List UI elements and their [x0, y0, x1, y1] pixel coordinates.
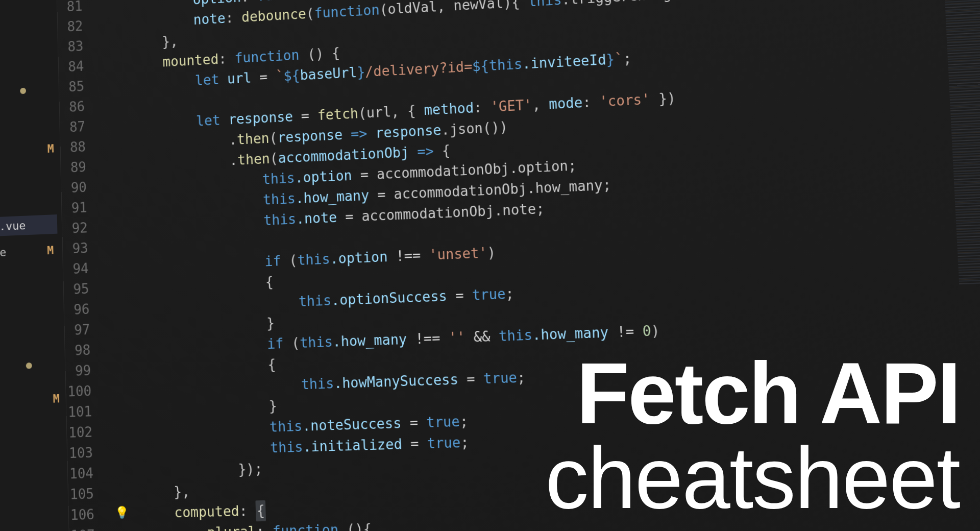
- line-number: 81: [57, 0, 98, 17]
- sidebar-file-below[interactable]: vue M: [0, 240, 58, 263]
- sidebar-mod-marker-1: M: [0, 134, 60, 166]
- line-number: 96: [64, 299, 105, 321]
- line-number: 91: [62, 197, 103, 219]
- line-number: 100: [66, 380, 107, 402]
- line-number: 89: [61, 156, 102, 178]
- line-number: 102: [67, 422, 108, 444]
- line-number: 97: [64, 319, 106, 341]
- line-number: 94: [63, 258, 104, 280]
- line-number: 85: [59, 76, 100, 98]
- line-number: 103: [67, 442, 109, 464]
- sidebar-modified-dot: [0, 75, 59, 107]
- line-number: 105: [68, 484, 110, 505]
- line-number: 106: [68, 504, 110, 525]
- line-number: 101: [66, 401, 108, 423]
- sidebar-file-selected[interactable]: on.vue: [0, 214, 57, 237]
- line-number: 82: [58, 15, 99, 38]
- line-number: 83: [58, 35, 99, 58]
- sidebar-modified-dot-2: [0, 350, 65, 381]
- line-number: 98: [65, 340, 106, 361]
- editor-screenshot: › computed M on.vue vue M M 81: [0, 0, 980, 531]
- sidebar-mod-marker-2: M: [47, 244, 54, 257]
- line-number: 93: [63, 237, 104, 259]
- code-area[interactable]: 81 option: function(oldVal, newVal){ thi…: [57, 0, 966, 531]
- line-number: 90: [61, 177, 102, 199]
- line-number: 88: [60, 136, 101, 158]
- lightbulb-icon[interactable]: 💡: [115, 503, 129, 521]
- line-number: 95: [63, 278, 105, 300]
- line-number: 87: [60, 116, 101, 138]
- sidebar-mod-marker-3: M: [0, 384, 66, 415]
- line-number: 86: [59, 96, 100, 118]
- line-number: 107: [69, 525, 110, 531]
- line-number: 84: [59, 56, 100, 78]
- line-number: 104: [68, 463, 109, 484]
- code-editor[interactable]: 81 option: function(oldVal, newVal){ thi…: [57, 0, 980, 531]
- line-number: 92: [62, 217, 103, 239]
- line-number: 99: [65, 360, 107, 382]
